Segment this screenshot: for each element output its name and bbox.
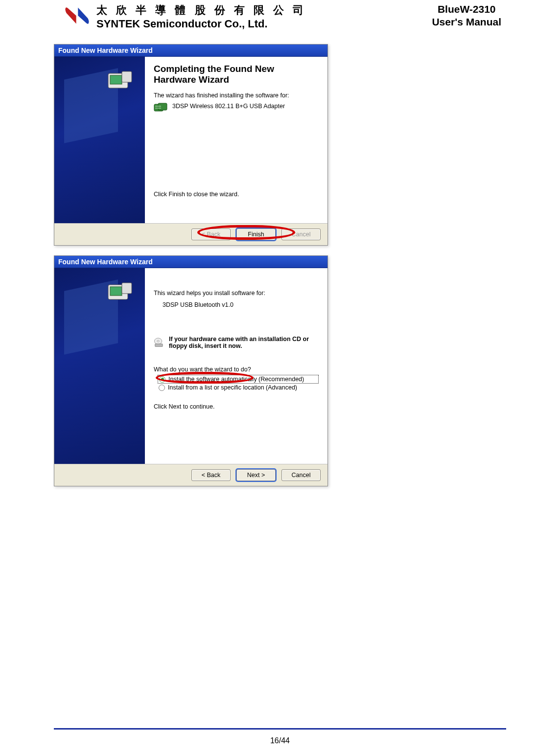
cancel-button[interactable]: Cancel — [281, 469, 321, 481]
hardware-icon — [107, 282, 133, 304]
radio-specific-location[interactable]: Install from a list or specific location… — [158, 384, 319, 391]
wizard-continue-text: Click Next to continue. — [154, 403, 319, 410]
window-titlebar: Found New Hardware Wizard — [54, 45, 327, 57]
company-name-en: SYNTEK Semiconductor Co., Ltd. — [96, 18, 306, 30]
radio-group: Install the software automatically (Reco… — [158, 375, 319, 391]
manual-label: User's Manual — [432, 16, 501, 28]
wizard-body: This wizard helps you install software f… — [54, 268, 327, 464]
wizard-side-graphic — [54, 57, 145, 223]
radio-checked-icon — [159, 376, 165, 383]
cd-hint-text: If your hardware came with an installati… — [169, 336, 319, 349]
company-logo-icon — [64, 4, 91, 27]
svg-rect-2 — [122, 71, 132, 82]
wizard-install-screenshot: Found New Hardware Wizard This wizard he… — [54, 255, 328, 486]
cd-icon — [154, 336, 164, 349]
wizard-intro-text: This wizard helps you install software f… — [154, 290, 319, 297]
back-button[interactable]: < Back — [191, 229, 231, 240]
wizard-main-panel: This wizard helps you install software f… — [145, 268, 327, 464]
wizard-main-panel: Completing the Found New Hardware Wizard… — [145, 57, 327, 223]
back-button[interactable]: < Back — [191, 469, 231, 481]
wizard-side-graphic — [54, 268, 145, 464]
next-button[interactable]: Next > — [236, 469, 276, 481]
radio-unchecked-icon — [159, 385, 165, 391]
window-titlebar: Found New Hardware Wizard — [54, 256, 327, 268]
wizard-button-bar: < Back Next > Cancel — [54, 464, 327, 486]
wizard-heading: Completing the Found New Hardware Wizard — [154, 64, 319, 85]
page-header: 太 欣 半 導 體 股 份 有 限 公 司 SYNTEK Semiconduct… — [0, 0, 560, 30]
product-title-block: BlueW-2310 User's Manual — [432, 3, 501, 29]
page-number: 16/44 — [0, 736, 560, 745]
hardware-icon — [107, 70, 133, 93]
device-name: 3DSP Wireless 802.11 B+G USB Adapter — [172, 103, 285, 110]
company-name-zh: 太 欣 半 導 體 股 份 有 限 公 司 — [96, 3, 306, 18]
radio-label: Install from a list or specific location… — [168, 384, 297, 391]
wizard-prompt: What do you want the wizard to do? — [154, 366, 319, 373]
cd-hint-row: If your hardware came with an installati… — [154, 336, 319, 349]
svg-rect-9 — [122, 283, 132, 294]
product-model: BlueW-2310 — [432, 3, 501, 16]
svg-rect-8 — [110, 287, 122, 296]
network-adapter-icon — [154, 103, 167, 114]
svg-rect-12 — [155, 344, 163, 347]
svg-rect-4 — [158, 103, 167, 110]
device-name: 3DSP USB Bluetooth v1.0 — [154, 297, 319, 308]
wizard-close-text: Click Finish to close the wizard. — [154, 191, 319, 198]
device-row: 3DSP Wireless 802.11 B+G USB Adapter — [154, 103, 319, 114]
svg-point-11 — [157, 340, 159, 342]
wizard-complete-screenshot: Found New Hardware Wizard Completing the… — [54, 44, 328, 246]
svg-rect-1 — [110, 75, 122, 84]
wizard-body: Completing the Found New Hardware Wizard… — [54, 57, 327, 223]
footer-divider — [54, 728, 506, 730]
radio-auto-install[interactable]: Install the software automatically (Reco… — [158, 375, 319, 384]
finish-button[interactable]: Finish — [236, 229, 276, 240]
cancel-button[interactable]: Cancel — [281, 229, 321, 240]
company-name-block: 太 欣 半 導 體 股 份 有 限 公 司 SYNTEK Semiconduct… — [96, 3, 306, 30]
radio-label: Install the software automatically (Reco… — [168, 376, 304, 383]
wizard-finished-text: The wizard has finished installing the s… — [154, 92, 319, 99]
wizard-button-bar: < Back Finish Cancel — [54, 223, 327, 245]
